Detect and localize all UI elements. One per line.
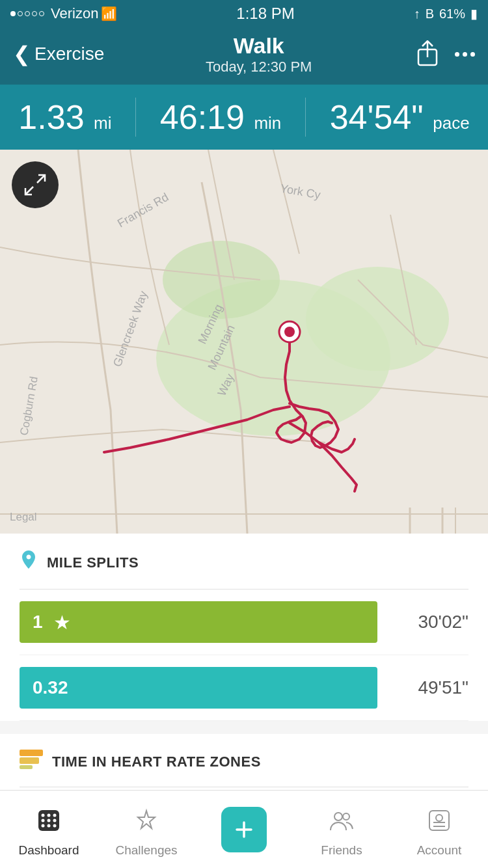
share-icon [416, 40, 439, 68]
challenges-icon [134, 808, 159, 833]
status-right: ↑ B 61% ▮ [414, 6, 478, 21]
split-bar-1: 1 ★ [20, 601, 377, 643]
svg-point-37 [47, 813, 51, 817]
back-label: Exercise [34, 44, 104, 64]
svg-text:Legal: Legal [10, 511, 37, 523]
challenges-icon-box [128, 802, 165, 839]
mile-splits-title: MILE SPLITS [47, 554, 139, 571]
split-star-1: ★ [53, 611, 71, 634]
expand-icon [23, 173, 47, 197]
svg-point-38 [53, 813, 57, 817]
stat-distance: 1.33 mi [18, 100, 111, 134]
duration-value: 46:19 [160, 98, 245, 136]
dashboard-label: Dashboard [19, 843, 79, 858]
add-icon-box [221, 807, 267, 852]
split-distance-1: 1 [33, 612, 43, 632]
signal-dots [10, 11, 44, 16]
tab-challenges[interactable]: Challenges [98, 802, 195, 858]
pace-value: 34'54" [330, 98, 424, 136]
tab-bar: Dashboard Challenges Friend [0, 790, 488, 868]
signal-dot-1 [10, 11, 16, 16]
stat-divider-1 [135, 98, 136, 137]
svg-point-43 [47, 824, 51, 827]
stats-bar: 1.33 mi 46:19 min 34'54" pace [0, 85, 488, 150]
more-dot-2 [463, 52, 467, 57]
signal-dot-3 [25, 11, 30, 16]
split-distance-2: 0.32 [33, 677, 68, 698]
battery-label: 61% [439, 7, 465, 21]
header: ❮ Exercise Walk Today, 12:30 PM [0, 27, 488, 85]
svg-point-41 [53, 819, 57, 822]
split-bar-2: 0.32 [20, 667, 377, 709]
add-icon [232, 817, 256, 842]
dashboard-icon [36, 808, 61, 833]
pace-unit: pace [433, 113, 469, 133]
svg-point-40 [47, 819, 51, 822]
header-center: Walk Today, 12:30 PM [206, 33, 312, 75]
more-button[interactable] [455, 52, 475, 57]
tab-friends[interactable]: Friends [293, 802, 390, 858]
expand-button[interactable] [12, 161, 59, 208]
map-svg: Francis Rd York Cy Glencreek Way Morning… [0, 150, 488, 534]
heart-rate-title: TIME IN HEART RATE ZONES [52, 753, 261, 770]
more-dot-3 [470, 52, 475, 57]
workout-title: Walk [206, 33, 312, 59]
status-time: 1:18 PM [236, 5, 294, 23]
stat-pace: 34'54" pace [330, 100, 470, 134]
svg-rect-32 [20, 750, 43, 756]
bluetooth-icon: B [426, 7, 434, 21]
svg-rect-33 [20, 757, 39, 764]
back-button[interactable]: ❮ Exercise [13, 42, 104, 66]
signal-dot-5 [39, 11, 44, 16]
duration-unit: min [254, 113, 281, 133]
dashboard-icon-box [30, 802, 68, 839]
heart-rate-header: TIME IN HEART RATE ZONES [20, 734, 468, 787]
stat-duration: 46:19 min [160, 100, 282, 134]
split-row-1: 1 ★ 30'02" [20, 590, 468, 655]
carrier-label: Verizon [51, 5, 98, 22]
workout-subtitle: Today, 12:30 PM [206, 59, 312, 75]
split-bar-container-2: 0.32 [20, 667, 377, 709]
split-bar-container-1: 1 ★ [20, 601, 377, 643]
account-icon-box [420, 802, 458, 839]
map[interactable]: Francis Rd York Cy Glencreek Way Morning… [0, 150, 488, 534]
svg-line-30 [25, 187, 33, 195]
svg-point-47 [334, 813, 342, 821]
tab-add[interactable] [195, 807, 293, 852]
svg-point-4 [306, 267, 449, 371]
account-label: Account [417, 843, 462, 858]
status-left: Verizon 📶 [10, 5, 117, 22]
status-bar: Verizon 📶 1:18 PM ↑ B 61% ▮ [0, 0, 488, 27]
mile-splits-section: MILE SPLITS 1 ★ 30'02" 0.32 49'51" [0, 534, 488, 721]
heart-rate-icon [20, 750, 43, 774]
header-actions [413, 40, 475, 68]
svg-point-39 [42, 819, 45, 822]
svg-point-24 [284, 327, 295, 337]
split-time-1: 30'02" [390, 612, 468, 632]
svg-point-48 [343, 813, 349, 820]
friends-icon [329, 808, 354, 833]
mile-splits-header: MILE SPLITS [20, 534, 468, 590]
svg-point-44 [53, 824, 57, 827]
more-dot-1 [455, 52, 459, 57]
svg-rect-34 [20, 765, 33, 769]
distance-value: 1.33 [18, 98, 84, 136]
location-icon [20, 549, 38, 576]
challenges-label: Challenges [115, 843, 177, 858]
svg-line-31 [37, 175, 45, 183]
account-icon [427, 808, 452, 833]
signal-dot-2 [18, 11, 23, 16]
back-arrow-icon: ❮ [13, 42, 31, 66]
location-status-icon: ↑ [414, 7, 420, 21]
battery-icon: ▮ [470, 6, 478, 21]
distance-unit: mi [94, 113, 111, 133]
friends-icon-box [323, 802, 360, 839]
split-row-2: 0.32 49'51" [20, 655, 468, 721]
signal-dot-4 [32, 11, 37, 16]
stat-divider-2 [305, 98, 306, 137]
share-button[interactable] [413, 40, 442, 68]
wifi-icon: 📶 [101, 6, 117, 21]
svg-point-50 [436, 815, 442, 821]
tab-account[interactable]: Account [390, 802, 488, 858]
tab-dashboard[interactable]: Dashboard [0, 802, 98, 858]
